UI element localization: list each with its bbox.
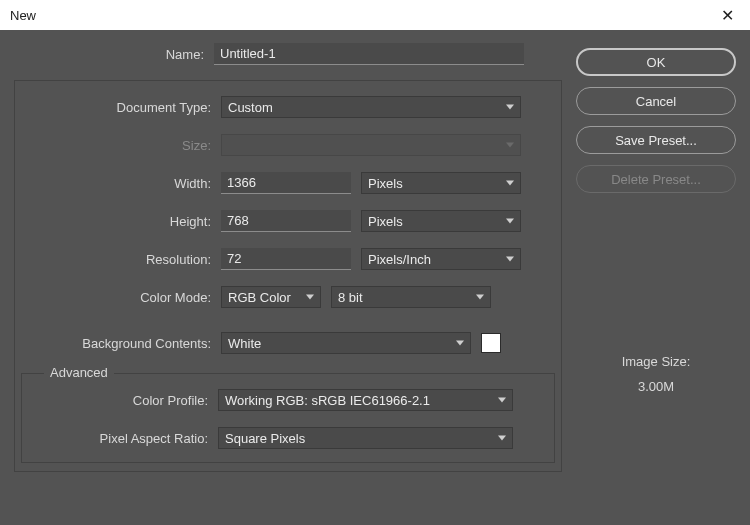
label-width: Width:: [21, 176, 221, 191]
label-size: Size:: [21, 138, 221, 153]
select-width-units[interactable]: Pixels: [361, 172, 521, 194]
input-width[interactable]: [221, 172, 351, 194]
label-color-profile: Color Profile:: [28, 393, 218, 408]
form-area: Name: Document Type: Custom Size: Width:: [14, 42, 562, 513]
row-height: Height: Pixels: [21, 209, 555, 233]
close-icon[interactable]: ✕: [715, 6, 740, 25]
label-background: Background Contents:: [21, 336, 221, 351]
save-preset-button[interactable]: Save Preset...: [576, 126, 736, 154]
select-color-depth[interactable]: 8 bit: [331, 286, 491, 308]
advanced-legend: Advanced: [44, 365, 114, 380]
label-color-mode: Color Mode:: [21, 290, 221, 305]
image-size-value: 3.00M: [576, 379, 736, 394]
select-color-profile[interactable]: Working RGB: sRGB IEC61966-2.1: [218, 389, 513, 411]
select-color-mode[interactable]: RGB Color: [221, 286, 321, 308]
row-color-profile: Color Profile: Working RGB: sRGB IEC6196…: [28, 388, 548, 412]
row-pixel-aspect: Pixel Aspect Ratio: Square Pixels: [28, 426, 548, 450]
select-resolution-units[interactable]: Pixels/Inch: [361, 248, 521, 270]
select-doc-type-value: Custom: [228, 100, 273, 115]
select-size: [221, 134, 521, 156]
input-resolution[interactable]: [221, 248, 351, 270]
select-resolution-units-value: Pixels/Inch: [368, 252, 431, 267]
row-width: Width: Pixels: [21, 171, 555, 195]
row-resolution: Resolution: Pixels/Inch: [21, 247, 555, 271]
select-doc-type[interactable]: Custom: [221, 96, 521, 118]
window-title: New: [10, 8, 36, 23]
main-fieldset: Document Type: Custom Size: Width: Pixel…: [14, 80, 562, 472]
select-width-units-value: Pixels: [368, 176, 403, 191]
dialog-body: Name: Document Type: Custom Size: Width:: [0, 30, 750, 525]
label-resolution: Resolution:: [21, 252, 221, 267]
select-pixel-aspect[interactable]: Square Pixels: [218, 427, 513, 449]
row-color-mode: Color Mode: RGB Color 8 bit: [21, 285, 555, 309]
label-height: Height:: [21, 214, 221, 229]
select-color-mode-value: RGB Color: [228, 290, 291, 305]
advanced-fieldset: Advanced Color Profile: Working RGB: sRG…: [21, 373, 555, 463]
input-name[interactable]: [214, 43, 524, 65]
row-doc-type: Document Type: Custom: [21, 95, 555, 119]
input-height[interactable]: [221, 210, 351, 232]
select-height-units-value: Pixels: [368, 214, 403, 229]
label-name: Name:: [14, 47, 214, 62]
title-bar: New ✕: [0, 0, 750, 30]
label-pixel-aspect: Pixel Aspect Ratio:: [28, 431, 218, 446]
label-doc-type: Document Type:: [21, 100, 221, 115]
background-swatch[interactable]: [481, 333, 501, 353]
row-background: Background Contents: White: [21, 331, 555, 355]
row-size: Size:: [21, 133, 555, 157]
image-size-block: Image Size: 3.00M: [576, 354, 736, 394]
select-background[interactable]: White: [221, 332, 471, 354]
select-height-units[interactable]: Pixels: [361, 210, 521, 232]
select-background-value: White: [228, 336, 261, 351]
image-size-label: Image Size:: [576, 354, 736, 369]
select-color-profile-value: Working RGB: sRGB IEC61966-2.1: [225, 393, 430, 408]
ok-button[interactable]: OK: [576, 48, 736, 76]
row-name: Name:: [14, 42, 562, 66]
select-color-depth-value: 8 bit: [338, 290, 363, 305]
select-pixel-aspect-value: Square Pixels: [225, 431, 305, 446]
buttons-area: OK Cancel Save Preset... Delete Preset..…: [576, 42, 736, 513]
cancel-button[interactable]: Cancel: [576, 87, 736, 115]
delete-preset-button: Delete Preset...: [576, 165, 736, 193]
